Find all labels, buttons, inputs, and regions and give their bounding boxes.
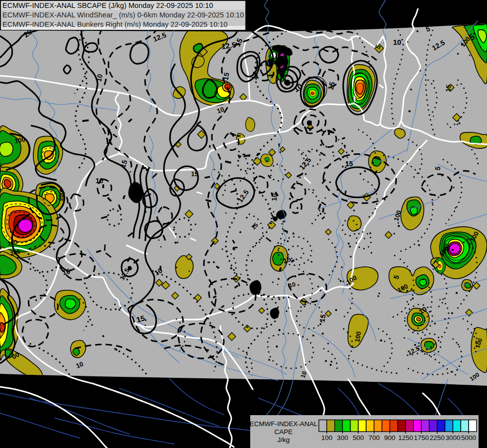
svg-text:15: 15 [444, 85, 452, 93]
svg-text:900: 900 [384, 434, 395, 442]
svg-text:ECMWF-INDEX-ANAL WindShear_ (m: ECMWF-INDEX-ANAL WindShear_ (m/s) 0-6km … [2, 11, 244, 19]
svg-text:10: 10 [270, 193, 279, 201]
svg-text:200: 200 [57, 191, 65, 201]
svg-text:10: 10 [96, 177, 103, 185]
svg-text:15: 15 [191, 170, 198, 178]
svg-text:15: 15 [318, 314, 327, 323]
svg-text:1250: 1250 [398, 434, 413, 442]
svg-text:100: 100 [321, 434, 333, 442]
svg-text:15: 15 [221, 72, 230, 81]
svg-text:15: 15 [345, 160, 353, 168]
svg-text:1750: 1750 [414, 434, 429, 442]
svg-text:ECMWF-INDEX-ANAL Bunkers Right: ECMWF-INDEX-ANAL Bunkers Right (m/s) Mon… [2, 20, 227, 28]
svg-text:700: 700 [369, 434, 380, 442]
svg-text:J/kg: J/kg [278, 436, 290, 444]
svg-text:ECMWF-INDEX-ANAL SBCAPE (J/kg): ECMWF-INDEX-ANAL SBCAPE (J/kg) Monday 22… [2, 1, 213, 9]
svg-text:300: 300 [337, 434, 348, 442]
svg-text:ECMWF-INDEX-ANAL: ECMWF-INDEX-ANAL [250, 420, 318, 428]
svg-text:3000: 3000 [445, 434, 460, 442]
svg-text:10: 10 [393, 38, 401, 46]
svg-text:500: 500 [353, 434, 364, 442]
svg-text:2250: 2250 [430, 434, 445, 442]
svg-text:CAPE: CAPE [275, 428, 293, 436]
svg-text:5000: 5000 [461, 434, 476, 442]
